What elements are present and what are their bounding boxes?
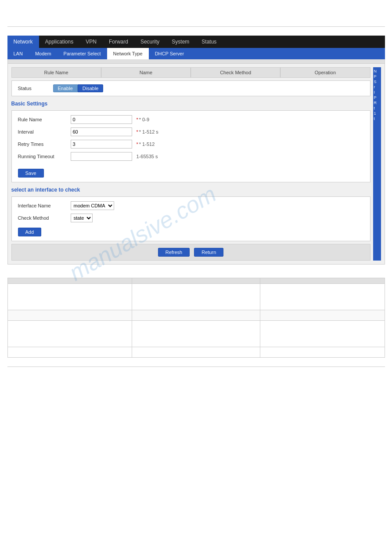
sidebar-text-r2: R xyxy=(374,101,380,105)
sidebar-text-p2: P xyxy=(374,95,380,100)
table-header: Rule Name Name Check Method Operation xyxy=(11,67,370,78)
table-cell xyxy=(7,347,132,358)
sidebar-text-t: t xyxy=(374,106,380,110)
sidebar-text-i: I xyxy=(374,90,380,94)
rule-name-row: Rule Name ** 0-9 xyxy=(18,115,364,124)
interface-name-select[interactable]: modem CDMA xyxy=(71,201,114,210)
table-row xyxy=(7,347,385,358)
table-cell xyxy=(260,284,385,310)
bottom-table xyxy=(7,278,385,358)
retry-times-hint: ** 1-512 xyxy=(137,141,155,147)
table-cell xyxy=(132,310,260,321)
sidebar-text-t2: t xyxy=(374,116,380,121)
subnav-network-type[interactable]: Network Type xyxy=(107,48,149,59)
running-timeout-hint: 1-65535 s xyxy=(137,154,158,159)
table-cell xyxy=(260,321,385,347)
sidebar-text-s: S xyxy=(374,80,380,84)
add-button[interactable]: Add xyxy=(18,228,42,236)
table-row xyxy=(7,284,385,310)
table-cell xyxy=(132,347,260,358)
col-check-method: Check Method xyxy=(191,68,281,77)
running-timeout-input[interactable] xyxy=(71,152,132,161)
interval-hint: ** 1-512 s xyxy=(137,129,158,134)
refresh-button[interactable]: Refresh xyxy=(158,248,190,257)
nav-item-forward[interactable]: Forward xyxy=(103,36,134,48)
basic-settings-heading: Basic Settings xyxy=(11,99,370,108)
left-panel: Rule Name Name Check Method Operation St… xyxy=(11,67,370,261)
bottom-table-col-1 xyxy=(7,278,132,284)
table-cell xyxy=(7,310,132,321)
table-cell xyxy=(132,321,260,347)
check-method-select[interactable]: state xyxy=(71,214,93,222)
bottom-table-header-row xyxy=(7,278,385,284)
table-cell xyxy=(260,347,385,358)
check-method-row: Check Method state xyxy=(18,214,364,222)
interval-label: Interval xyxy=(18,129,66,134)
content-area: Rule Name Name Check Method Operation St… xyxy=(7,64,385,265)
gray-strip xyxy=(7,59,385,64)
interval-row: Interval ** 1-512 s xyxy=(18,127,364,136)
rule-name-input[interactable] xyxy=(71,115,132,124)
retry-times-row: Retry Times ** 1-512 xyxy=(18,140,364,149)
running-timeout-row: Running Timeout 1-65535 s xyxy=(18,152,364,161)
subnav-dhcp-server[interactable]: DHCP Server xyxy=(149,48,190,59)
table-row xyxy=(7,310,385,321)
interface-section-heading: select an interface to check xyxy=(11,185,370,194)
bottom-btn-row: Refresh Return xyxy=(11,244,370,261)
status-label: Status xyxy=(18,86,44,91)
sidebar-text-1: 1 xyxy=(374,111,380,116)
interval-input[interactable] xyxy=(71,127,132,136)
nav-item-status[interactable]: Status xyxy=(195,36,223,48)
status-btn-group: Enable Disable xyxy=(53,84,104,92)
nav-item-applications[interactable]: Applications xyxy=(39,36,80,48)
nav-item-network[interactable]: Network xyxy=(7,36,39,48)
rule-name-label: Rule Name xyxy=(18,117,66,122)
nav-item-system[interactable]: System xyxy=(165,36,195,48)
save-button[interactable]: Save xyxy=(18,169,44,178)
retry-times-label: Retry Times xyxy=(18,141,66,147)
sub-nav-bar: LAN Modem Parameter Select Network Type … xyxy=(7,48,385,59)
check-method-label: Check Method xyxy=(18,215,66,221)
retry-times-input[interactable] xyxy=(71,140,132,149)
sidebar-text-r: r xyxy=(374,85,380,89)
return-button[interactable]: Return xyxy=(194,248,223,257)
table-row xyxy=(7,321,385,347)
nav-item-vpn[interactable]: VPN xyxy=(79,36,103,48)
basic-settings-box: Rule Name ** 0-9 Interval ** 1-512 s Ret… xyxy=(11,110,370,182)
table-cell xyxy=(7,284,132,310)
subnav-modem[interactable]: Modem xyxy=(29,48,58,59)
col-rule-name: Rule Name xyxy=(12,68,101,77)
right-sidebar: N P S r I P R t 1 t xyxy=(373,67,381,261)
interface-name-row: Interface Name modem CDMA xyxy=(18,201,364,210)
status-row: Status Enable Disable xyxy=(11,80,370,96)
bottom-table-col-3 xyxy=(260,278,385,284)
bottom-table-col-2 xyxy=(132,278,260,284)
nav-item-security[interactable]: Security xyxy=(134,36,165,48)
sidebar-text-n: N xyxy=(374,69,380,73)
col-name: Name xyxy=(101,68,191,77)
disable-button[interactable]: Disable xyxy=(78,84,104,92)
subnav-lan[interactable]: LAN xyxy=(7,48,29,59)
nav-bar: Network Applications VPN Forward Securit… xyxy=(7,36,385,48)
running-timeout-label: Running Timeout xyxy=(18,154,66,159)
table-cell xyxy=(260,310,385,321)
table-cell xyxy=(132,284,260,310)
interface-name-label: Interface Name xyxy=(18,203,66,208)
col-operation: Operation xyxy=(281,68,370,77)
enable-button[interactable]: Enable xyxy=(53,84,78,92)
subnav-parameter-select[interactable]: Parameter Select xyxy=(58,48,107,59)
interface-box: Interface Name modem CDMA Check Method s… xyxy=(11,196,370,241)
table-cell xyxy=(7,321,132,347)
sidebar-text-p: P xyxy=(374,74,380,79)
rule-name-hint: ** 0-9 xyxy=(137,117,150,122)
